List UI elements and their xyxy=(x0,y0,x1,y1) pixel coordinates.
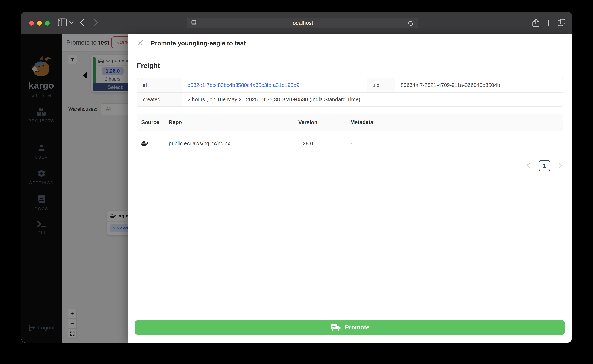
traffic-close-button[interactable] xyxy=(29,21,34,26)
new-tab-icon[interactable] xyxy=(545,20,552,26)
drawer-header: Promote youngling-eagle to test xyxy=(128,34,572,52)
table-row: public.ecr.aws/nginx/nginx 1.28.0 - xyxy=(137,131,563,156)
drawer-title: Promote youngling-eagle to test xyxy=(151,40,246,47)
column-header-repo: Repo xyxy=(164,114,294,130)
tab-overview-icon[interactable] xyxy=(557,19,566,27)
browser-window: localhost xyxy=(21,12,572,343)
page-number[interactable]: 1 xyxy=(539,160,550,171)
metadata-cell: - xyxy=(346,131,563,156)
next-page-icon[interactable] xyxy=(558,162,563,169)
traffic-zoom-button[interactable] xyxy=(45,21,50,26)
url-text: localhost xyxy=(292,20,313,26)
drawer-footer-divider xyxy=(128,309,572,309)
prev-page-icon[interactable] xyxy=(526,162,531,169)
created-label: created xyxy=(137,92,182,106)
freight-heading: Freight xyxy=(137,62,160,70)
column-header-version: Version xyxy=(294,114,346,130)
table-row: id d532e1f7bcc80bc4b3580c4a35c3fbfa31d19… xyxy=(137,78,562,92)
sources-table: Source Repo Version Metadata public.ecr.… xyxy=(137,114,563,156)
pagination: 1 xyxy=(137,160,563,171)
screen: localhost xyxy=(0,0,593,364)
id-label: id xyxy=(137,78,182,92)
column-header-source: Source xyxy=(137,114,164,130)
column-header-metadata: Metadata xyxy=(346,114,563,130)
promote-drawer: Promote youngling-eagle to test Freight … xyxy=(128,34,572,343)
table-row: created 2 hours , on Tue May 20 2025 19:… xyxy=(137,92,562,106)
freight-info-table: id d532e1f7bcc80bc4b3580c4a35c3fbfa31d19… xyxy=(137,78,563,107)
freight-id-link[interactable]: d532e1f7bcc80bc4b3580c4a35c3fbfa31d195b9 xyxy=(182,78,367,92)
repo-cell: public.ecr.aws/nginx/nginx xyxy=(164,131,294,156)
docker-icon xyxy=(141,140,149,147)
reload-icon[interactable] xyxy=(408,20,414,27)
freight-uid-value: 80664af7-2821-4709-911a-366045e8504b xyxy=(395,78,562,92)
page-icon xyxy=(191,20,197,27)
promote-button-label: Promote xyxy=(345,324,370,331)
chevron-down-icon[interactable] xyxy=(69,21,74,24)
promote-button[interactable]: Promote xyxy=(135,320,565,335)
close-icon[interactable] xyxy=(137,39,143,47)
uid-label: uid xyxy=(367,78,395,92)
back-button-icon[interactable] xyxy=(79,19,85,27)
browser-toolbar: localhost xyxy=(21,12,572,34)
address-bar[interactable]: localhost xyxy=(187,18,418,28)
traffic-minimize-button[interactable] xyxy=(37,21,42,26)
version-cell: 1.28.0 xyxy=(294,131,346,156)
toolbar-separator xyxy=(66,19,66,27)
share-icon[interactable] xyxy=(532,19,540,27)
truck-arrow-icon xyxy=(331,324,341,331)
forward-button-icon[interactable] xyxy=(93,19,98,27)
created-value: 2 hours , on Tue May 20 2025 19:35:38 GM… xyxy=(182,92,562,106)
sidebar-toggle-icon[interactable] xyxy=(58,19,67,26)
sources-table-header: Source Repo Version Metadata xyxy=(137,114,563,131)
